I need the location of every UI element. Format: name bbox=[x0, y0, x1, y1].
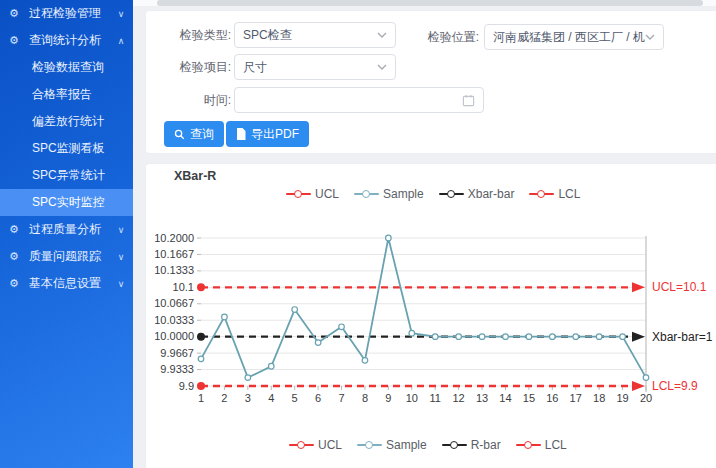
sample-point bbox=[479, 334, 485, 340]
y-tick-label: 9.9333 bbox=[160, 363, 194, 375]
horizontal-scrollbar-thumb[interactable] bbox=[157, 0, 703, 6]
legend-item-r-bar[interactable]: R-bar bbox=[442, 438, 501, 452]
sidebar-item-3[interactable]: 合格率报告 bbox=[0, 81, 133, 108]
top-scrollbar-track bbox=[133, 0, 716, 6]
legend-label: Sample bbox=[386, 438, 427, 452]
x-tick-label: 5 bbox=[292, 392, 298, 404]
legend-marker-icon bbox=[442, 441, 467, 450]
sample-point bbox=[268, 363, 274, 369]
x-tick-label: 12 bbox=[453, 392, 465, 404]
y-tick-label: 10.1333 bbox=[154, 264, 194, 276]
inspection-item-value: 尺寸 bbox=[243, 59, 377, 76]
sample-point bbox=[339, 324, 345, 330]
chevron-down-icon: ∨ bbox=[109, 9, 133, 19]
sidebar-item-7[interactable]: SPC实时监控 bbox=[0, 189, 133, 216]
x-tick-label: 4 bbox=[268, 392, 274, 404]
y-tick-label: 9.9667 bbox=[160, 347, 194, 359]
chevron-down-icon bbox=[645, 34, 655, 40]
lcl-arrow-icon bbox=[632, 381, 645, 391]
y-tick-label: 10.1 bbox=[173, 281, 194, 293]
chevron-down-icon: ∨ bbox=[109, 279, 133, 289]
inspection-location-label: 检验位置: bbox=[419, 24, 479, 50]
search-icon bbox=[174, 129, 185, 140]
xbar-chart-panel: XBar-R UCLSampleXbar-barLCL 10.200010.16… bbox=[145, 163, 716, 468]
sample-point bbox=[643, 375, 649, 381]
x-tick-label: 8 bbox=[362, 392, 368, 404]
x-tick-label: 13 bbox=[476, 392, 488, 404]
sample-point bbox=[362, 358, 368, 364]
x-tick-label: 15 bbox=[523, 392, 535, 404]
y-tick-label: 10.0000 bbox=[154, 330, 194, 342]
sample-point bbox=[315, 340, 321, 346]
sidebar-item-label: 过程质量分析 bbox=[29, 221, 109, 238]
y-tick-label: 10.0667 bbox=[154, 297, 194, 309]
legend-item-sample[interactable]: Sample bbox=[357, 438, 427, 452]
sidebar-item-8[interactable]: ⚙过程质量分析∨ bbox=[0, 216, 133, 243]
sidebar-item-label: 质量问题跟踪 bbox=[29, 248, 109, 265]
inspection-item-select[interactable]: 尺寸 bbox=[234, 54, 396, 80]
ucl-start-marker bbox=[197, 283, 205, 291]
sample-point bbox=[292, 307, 298, 313]
ucl-arrow-icon bbox=[632, 282, 645, 292]
sidebar-nav: ⚙过程检验管理∨⚙查询统计分析∧检验数据查询合格率报告偏差放行统计SPC监测看板… bbox=[0, 0, 133, 468]
sidebar-item-2[interactable]: 检验数据查询 bbox=[0, 54, 133, 81]
inspection-type-label: 检验类型: bbox=[146, 22, 231, 48]
lcl-start-marker bbox=[197, 382, 205, 390]
x-tick-label: 19 bbox=[616, 392, 628, 404]
legend-label: LCL bbox=[545, 438, 567, 452]
sample-point bbox=[386, 235, 392, 241]
sidebar-item-1[interactable]: ⚙查询统计分析∧ bbox=[0, 27, 133, 54]
chevron-up-icon: ∧ bbox=[109, 36, 133, 46]
x-tick-label: 20 bbox=[640, 392, 652, 404]
sidebar-item-label: SPC实时监控 bbox=[32, 194, 133, 211]
sidebar-item-label: 合格率报告 bbox=[32, 86, 133, 103]
x-tick-label: 16 bbox=[546, 392, 558, 404]
inspection-type-select[interactable]: SPC检查 bbox=[234, 22, 396, 48]
menu-category-icon: ⚙ bbox=[9, 250, 29, 263]
sidebar-item-label: SPC监测看板 bbox=[32, 140, 133, 157]
query-button[interactable]: 查询 bbox=[164, 121, 224, 147]
legend-item-lcl[interactable]: LCL bbox=[516, 438, 567, 452]
sidebar-item-label: 检验数据查询 bbox=[32, 59, 133, 76]
inspection-location-select[interactable]: 河南威猛集团 / 西区工厂 / 机加 bbox=[484, 24, 664, 50]
sample-point bbox=[573, 334, 579, 340]
sidebar-item-label: 过程检验管理 bbox=[29, 5, 109, 22]
time-range-input[interactable] bbox=[234, 87, 484, 113]
chevron-down-icon bbox=[377, 32, 387, 38]
lcl-label: LCL=9.9 bbox=[652, 379, 698, 393]
sidebar-item-4[interactable]: 偏差放行统计 bbox=[0, 108, 133, 135]
x-tick-label: 3 bbox=[245, 392, 251, 404]
xbar-bar-start-marker bbox=[197, 333, 205, 341]
menu-category-icon: ⚙ bbox=[9, 34, 29, 47]
chevron-down-icon bbox=[377, 64, 387, 70]
sidebar-item-10[interactable]: ⚙基本信息设置∨ bbox=[0, 270, 133, 297]
xbar-bar-label: Xbar-bar=1 bbox=[652, 330, 713, 344]
sidebar-item-6[interactable]: SPC异常统计 bbox=[0, 162, 133, 189]
sample-point bbox=[503, 334, 509, 340]
export-pdf-button[interactable]: 导出PDF bbox=[226, 121, 309, 147]
sample-point bbox=[456, 334, 462, 340]
sidebar-item-0[interactable]: ⚙过程检验管理∨ bbox=[0, 0, 133, 27]
x-tick-label: 6 bbox=[315, 392, 321, 404]
sample-point bbox=[432, 334, 438, 340]
legend-marker-icon bbox=[289, 441, 314, 450]
sidebar-item-label: 偏差放行统计 bbox=[32, 113, 133, 130]
menu-category-icon: ⚙ bbox=[9, 223, 29, 236]
y-tick-label: 10.2000 bbox=[154, 232, 194, 244]
sample-point bbox=[409, 330, 415, 336]
time-label: 时间: bbox=[146, 87, 231, 113]
sidebar-item-label: 基本信息设置 bbox=[29, 275, 109, 292]
legend-marker-icon bbox=[357, 441, 382, 450]
sample-point bbox=[245, 375, 251, 381]
menu-category-icon: ⚙ bbox=[9, 277, 29, 290]
x-tick-label: 1 bbox=[198, 392, 204, 404]
inspection-location-value: 河南威猛集团 / 西区工厂 / 机加 bbox=[493, 29, 645, 46]
r-chart-legend: UCLSampleR-barLCL bbox=[289, 438, 567, 452]
legend-item-ucl[interactable]: UCL bbox=[289, 438, 342, 452]
ucl-label: UCL=10.1 bbox=[652, 280, 707, 294]
sidebar-item-9[interactable]: ⚙质量问题跟踪∨ bbox=[0, 243, 133, 270]
sidebar-item-5[interactable]: SPC监测看板 bbox=[0, 135, 133, 162]
sidebar-item-label: 查询统计分析 bbox=[29, 32, 109, 49]
x-tick-label: 11 bbox=[429, 392, 440, 404]
sample-point bbox=[222, 314, 228, 320]
